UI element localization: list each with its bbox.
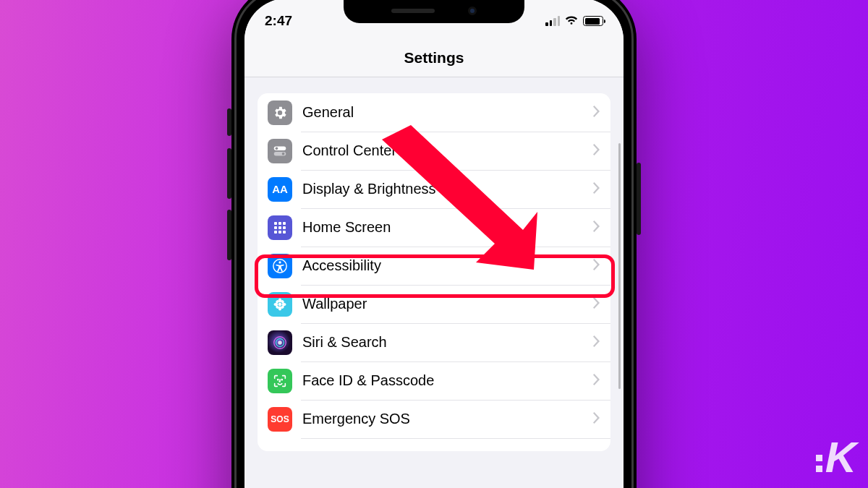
row-label: General bbox=[302, 104, 593, 121]
row-label: Wallpaper bbox=[302, 296, 593, 312]
chevron-right-icon bbox=[593, 106, 600, 120]
svg-rect-8 bbox=[278, 226, 281, 229]
svg-point-16 bbox=[278, 298, 281, 302]
row-faceid-passcode[interactable]: Face ID & Passcode bbox=[258, 361, 610, 400]
row-label: Control Center bbox=[302, 142, 593, 159]
chevron-right-icon bbox=[593, 297, 600, 312]
svg-point-3 bbox=[282, 152, 285, 155]
toggles-icon bbox=[268, 139, 292, 163]
svg-point-15 bbox=[278, 302, 282, 306]
status-time: 2:47 bbox=[265, 13, 292, 29]
settings-list: General Control Center AA Display & Brig… bbox=[258, 93, 610, 451]
row-partial[interactable] bbox=[258, 438, 610, 451]
flower-icon bbox=[268, 292, 292, 317]
svg-point-17 bbox=[278, 306, 281, 310]
faceid-icon bbox=[268, 369, 292, 393]
row-control-center[interactable]: Control Center bbox=[258, 132, 610, 170]
gear-icon bbox=[268, 100, 292, 125]
svg-rect-10 bbox=[274, 231, 277, 234]
front-camera bbox=[468, 7, 477, 15]
speaker-grille bbox=[391, 9, 435, 13]
chevron-right-icon bbox=[593, 259, 600, 273]
row-siri-search[interactable]: Siri & Search bbox=[258, 323, 610, 361]
svg-point-1 bbox=[276, 147, 278, 150]
watermark: K bbox=[816, 432, 855, 482]
row-wallpaper[interactable]: Wallpaper bbox=[258, 285, 610, 323]
svg-rect-7 bbox=[274, 226, 277, 229]
svg-rect-11 bbox=[278, 231, 281, 234]
svg-point-18 bbox=[274, 302, 278, 305]
row-emergency-sos[interactable]: SOS Emergency SOS bbox=[258, 400, 610, 438]
row-label: Siri & Search bbox=[302, 334, 593, 351]
svg-point-28 bbox=[281, 379, 282, 380]
svg-point-26 bbox=[278, 341, 282, 345]
page-title: Settings bbox=[244, 36, 624, 77]
svg-rect-6 bbox=[283, 222, 286, 225]
wifi-icon bbox=[565, 16, 578, 26]
row-display-brightness[interactable]: AA Display & Brightness bbox=[258, 170, 610, 208]
svg-rect-9 bbox=[283, 226, 286, 229]
row-general[interactable]: General bbox=[258, 93, 610, 132]
battery-icon bbox=[583, 16, 603, 26]
volume-down-button bbox=[227, 210, 231, 260]
siri-icon bbox=[268, 330, 292, 355]
volume-up-button bbox=[227, 148, 231, 199]
screen: 2:47 Settings General bbox=[244, 0, 624, 488]
watermark-dots bbox=[816, 455, 822, 472]
cellular-icon bbox=[545, 16, 560, 26]
svg-point-27 bbox=[278, 379, 278, 380]
chevron-right-icon bbox=[593, 412, 600, 427]
chevron-right-icon bbox=[593, 335, 600, 350]
chevron-right-icon bbox=[593, 221, 600, 235]
sos-icon: SOS bbox=[268, 407, 292, 432]
scroll-indicator bbox=[618, 143, 621, 389]
watermark-letter: K bbox=[825, 432, 855, 482]
svg-rect-12 bbox=[283, 231, 286, 234]
chevron-right-icon bbox=[593, 182, 600, 197]
chevron-right-icon bbox=[593, 374, 600, 388]
svg-point-14 bbox=[278, 261, 281, 263]
accessibility-icon bbox=[268, 254, 292, 278]
row-accessibility[interactable]: Accessibility bbox=[258, 247, 610, 285]
row-label: Accessibility bbox=[302, 257, 593, 274]
page-title-label: Settings bbox=[404, 49, 464, 66]
row-label: Display & Brightness bbox=[302, 181, 593, 197]
svg-rect-5 bbox=[278, 222, 281, 225]
power-button bbox=[637, 163, 641, 235]
mute-switch bbox=[227, 108, 231, 136]
home-grid-icon bbox=[268, 215, 292, 240]
row-label: Emergency SOS bbox=[302, 411, 593, 427]
display-icon: AA bbox=[268, 177, 292, 202]
chevron-right-icon bbox=[593, 144, 600, 158]
notch bbox=[344, 0, 524, 23]
row-label: Home Screen bbox=[302, 219, 593, 236]
row-home-screen[interactable]: Home Screen bbox=[258, 208, 610, 247]
phone-frame: 2:47 Settings General bbox=[231, 0, 637, 488]
svg-point-19 bbox=[282, 302, 286, 305]
row-label: Face ID & Passcode bbox=[302, 372, 593, 389]
svg-rect-4 bbox=[274, 222, 277, 225]
